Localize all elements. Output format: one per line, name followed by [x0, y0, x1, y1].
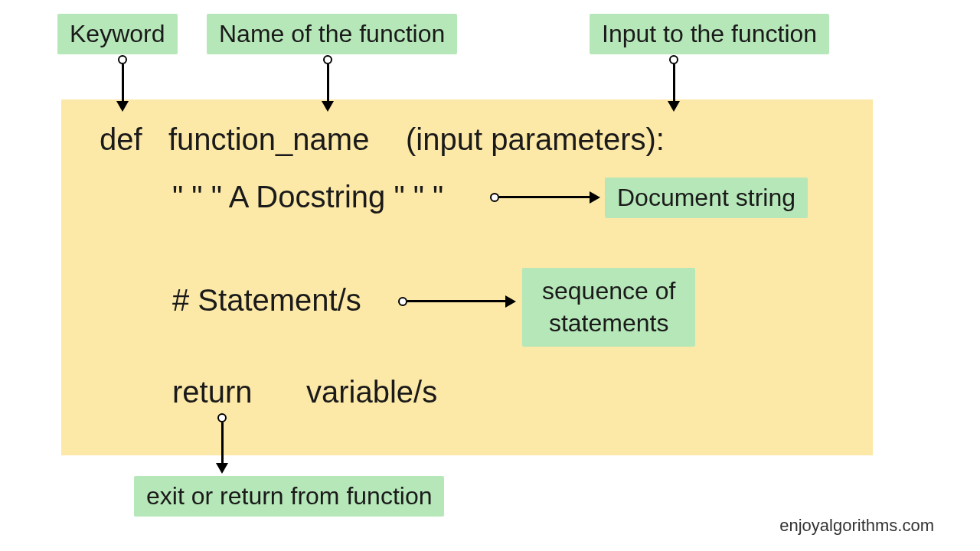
label-return: exit or return from function — [134, 476, 444, 517]
label-keyword: Keyword — [57, 14, 178, 54]
label-docstring: Document string — [605, 178, 808, 218]
label-statements: sequence of statements — [522, 268, 695, 347]
arrow-head — [590, 191, 600, 204]
circle-marker — [669, 55, 678, 64]
code-return-variable: variable/s — [306, 375, 437, 409]
arrow-line — [221, 422, 224, 465]
label-statements-line2: statements — [549, 309, 669, 337]
code-return-keyword: return — [172, 375, 253, 409]
label-function-name: Name of the function — [207, 14, 457, 54]
arrow-head — [216, 463, 228, 474]
arrow-line — [327, 64, 329, 103]
circle-marker — [217, 413, 227, 422]
arrow-head — [668, 101, 680, 112]
circle-marker — [118, 55, 127, 64]
code-docstring: " " " A Docstring " " " — [172, 180, 443, 214]
arrow-head — [505, 295, 516, 308]
circle-marker — [323, 55, 332, 64]
code-statements: # Statement/s — [172, 283, 361, 318]
code-function-name: function_name — [168, 122, 369, 157]
arrow-head — [116, 101, 129, 112]
label-input: Input to the function — [590, 14, 829, 54]
code-def-keyword: def — [100, 122, 142, 157]
circle-marker — [490, 193, 499, 202]
circle-marker — [398, 297, 407, 306]
code-parameters: (input parameters): — [406, 122, 665, 157]
arrow-line — [407, 300, 507, 302]
watermark: enjoyalgorithms.com — [779, 516, 934, 536]
arrow-head — [322, 101, 334, 112]
arrow-line — [673, 64, 675, 103]
label-statements-line1: sequence of — [542, 277, 675, 305]
arrow-line — [499, 196, 591, 198]
arrow-line — [122, 64, 124, 103]
